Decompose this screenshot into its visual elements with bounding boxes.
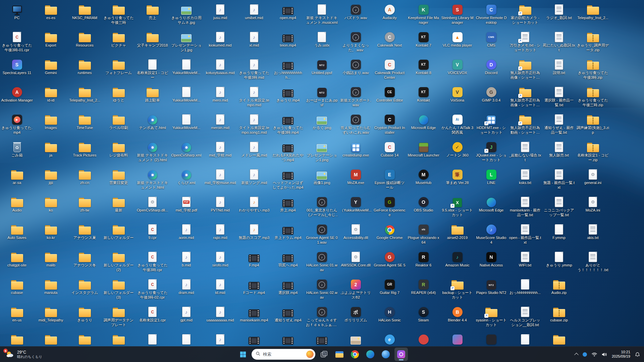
desktop-icon[interactable]: NNative Access: [474, 249, 508, 276]
desktop-icon[interactable]: SSteinberg Library Manager: [440, 1, 474, 29]
desktop-icon[interactable]: プレゼンテーション1.png: [305, 139, 339, 166]
desktop-icon[interactable]: Google Chrome: [373, 221, 407, 249]
desktop-icon[interactable]: SSpectraLayers 11: [0, 56, 34, 84]
desktop-icon[interactable]: runtimes: [68, 56, 102, 84]
desktop-icon[interactable]: VVoiSona: [440, 84, 474, 111]
desktop-icon[interactable]: きゅうり_調声用データ.zip: [576, 29, 610, 56]
desktop-icon[interactable]: テンポあて.html: [136, 111, 169, 139]
desktop-icon[interactable]: ♪答え知ってたらむずいわこれ.wav: [339, 111, 373, 139]
desktop-icon[interactable]: MMoZA.exe: [339, 166, 373, 194]
desktop-icon[interactable]: ♪HALion Sonic 02.wav: [305, 276, 339, 304]
desktop-icon[interactable]: 新規 テキストドキュメント (2).html: [136, 139, 169, 166]
desktop-icon[interactable]: ♪新規エクスポート.wav: [339, 84, 373, 111]
desktop-icon[interactable]: ヘルスコンプレッション__歌詞.txt: [508, 304, 542, 331]
desktop-icon[interactable]: 新規 テキストドキュメント.html: [136, 166, 169, 194]
desktop-icon[interactable]: YukkuriMovieM...: [169, 84, 203, 111]
desktop-icon[interactable]: Resources: [68, 29, 102, 56]
desktop-icon[interactable]: Gemini: [34, 56, 68, 84]
desktop-icon[interactable]: ↗backup - ショートカット: [440, 276, 474, 304]
desktop-icon[interactable]: ♪タイトル未設定.tempo.mid: [237, 84, 271, 111]
desktop-icon[interactable]: ♪新規ソング.mid: [237, 166, 271, 194]
desktop-icon[interactable]: きゅうり食ってた午後3時.zip: [576, 56, 610, 84]
desktop-icon[interactable]: ゆうと: [102, 84, 136, 111]
desktop-icon[interactable]: 2ぷよぷよ™テトリス®2: [339, 276, 373, 304]
desktop-icon[interactable]: manisekarin.mp4: [237, 304, 271, 331]
desktop-icon[interactable]: 新規 テキストドキュメント.musicxml: [305, 1, 339, 29]
desktop-icon[interactable]: sfzPlogue sforzando x64: [407, 221, 440, 249]
notification-bell-button[interactable]: [635, 352, 640, 357]
desktop-icon[interactable]: cubase: [0, 276, 34, 304]
desktop-icon[interactable]: 筆筆まめ Ver.28: [440, 166, 474, 194]
desktop-icon[interactable]: 父子キャンプ2018: [136, 29, 169, 56]
desktop-icon[interactable]: F.mp4: [237, 249, 271, 276]
desktop-icon[interactable]: CCubase 14: [373, 139, 407, 166]
desktop-icon[interactable]: ラジオ_歌詞.txt: [542, 1, 576, 29]
desktop-icon[interactable]: X↗9.5.xlsx - ショートカット: [440, 194, 474, 221]
desktop-icon[interactable]: maniuta: [34, 276, 68, 304]
desktop-icon[interactable]: LLINE: [474, 166, 508, 194]
desktop-icon[interactable]: CCrypton Product Installer: [373, 111, 407, 139]
desktop-icon[interactable]: 井上ドラム.mp4: [271, 221, 305, 249]
desktop-icon[interactable]: だれもFX見れたやつ.mp4: [271, 139, 305, 166]
desktop-icon[interactable]: PDFmid_学校.pdf: [169, 194, 203, 221]
desktop-icon[interactable]: きゅうり.mp4: [271, 84, 305, 111]
desktop-icon[interactable]: インスタグラム: [68, 276, 102, 304]
desktop-icon[interactable]: Audio.zip: [542, 276, 576, 304]
desktop-icon[interactable]: HHALion Sonic: [373, 304, 407, 331]
desktop-icon[interactable]: EEpson 接続診断ツール: [373, 166, 407, 194]
desktop-icon[interactable]: きゅうり食ってた午後3時.mp4: [271, 111, 305, 139]
desktop-icon[interactable]: ♪こってゅんｈｄすおｆｄｓｂふぁ.wav: [305, 304, 339, 331]
desktop-icon[interactable]: レジ袋有料: [102, 139, 136, 166]
task-view-button[interactable]: [317, 348, 331, 361]
edge-taskbar-button[interactable]: [364, 348, 377, 361]
desktop-icon[interactable]: TimeTune: [68, 111, 102, 139]
desktop-icon[interactable]: airset2-2019: [440, 221, 474, 249]
desktop-icon[interactable]: CMSCMS: [474, 29, 508, 56]
desktop-icon[interactable]: ↗HDDFMT.exe - ショートカット: [474, 111, 508, 139]
desktop-icon[interactable]: C名称未設定1.cpr: [136, 304, 169, 331]
desktop-icon[interactable]: ♪mero.mid: [203, 84, 237, 111]
desktop-icon[interactable]: C9.cpr: [136, 221, 169, 249]
chrome-taskbar-button[interactable]: [348, 348, 362, 361]
desktop-icon[interactable]: BBlender 4.4: [440, 304, 474, 331]
desktop-icon[interactable]: ♻ごみ箱: [0, 139, 34, 166]
desktop-icon[interactable]: ko: [34, 194, 68, 221]
desktop-icon[interactable]: AAudacity: [373, 1, 407, 29]
desktop-icon[interactable]: きゅうり食ってた午後三時: [102, 1, 136, 29]
desktop-icon[interactable]: OOBS Studio: [407, 194, 440, 221]
desktop-icon[interactable]: ♪001_東北きりたん(ノーマル)_今じゃ...: [305, 194, 339, 221]
desktop-icon[interactable]: ♪HALion Sonic 01.wav: [305, 249, 339, 276]
desktop-icon[interactable]: フォトフレーム: [102, 56, 136, 84]
desktop-icon[interactable]: おっhhhhhhhhhhh...: [271, 56, 305, 84]
desktop-icon[interactable]: Images: [34, 111, 68, 139]
desktop-icon[interactable]: YukkuriMovieM...: [169, 111, 203, 139]
desktop-icon[interactable]: cubase.zip: [542, 304, 576, 331]
desktop-icon[interactable]: ▲VLC media player: [440, 29, 474, 56]
desktop-icon[interactable]: Auto Saves: [0, 221, 34, 249]
desktop-icon[interactable]: 名称未設定1 - コピー: [136, 56, 169, 84]
desktop-icon[interactable]: GGroove Agent SE 5: [373, 249, 407, 276]
desktop-icon[interactable]: ⚙general.ini: [576, 166, 610, 194]
desktop-icon[interactable]: ♪Amazon Music: [440, 249, 474, 276]
desktop-icon[interactable]: en-us: [0, 304, 34, 331]
desktop-icon[interactable]: Telepathy_Inst_2...: [576, 1, 610, 29]
desktop-icon[interactable]: 営業日変更: [102, 166, 136, 194]
taskbar-search[interactable]: 検索: [252, 349, 315, 360]
desktop-icon[interactable]: open - 親作品一覧.txt: [508, 221, 542, 249]
desktop-icon[interactable]: きゅうり食ってた午後三時.zip: [576, 84, 610, 111]
desktop-icon[interactable]: ↗万引きメモ.txt - ショートカット: [508, 29, 542, 56]
desktop-icon[interactable]: 新しいフォルダー (3): [102, 276, 136, 304]
desktop-icon[interactable]: 羽尻へ.mp4: [271, 249, 305, 276]
desktop-icon[interactable]: ↗無人販売不正行為画像 - ショートカット: [508, 84, 542, 111]
desktop-icon[interactable]: 死にたい_ぬ歌詞.txt: [542, 29, 576, 56]
desktop-icon[interactable]: ✓ノートン 360: [440, 139, 474, 166]
taskbar-clock[interactable]: 10:21 2025/09/19: [612, 350, 630, 359]
desktop-icon[interactable]: きゅうり: [68, 304, 102, 331]
desktop-icon[interactable]: Cきゅうり食ってた午後3時.cpr: [136, 249, 169, 276]
wifi-button[interactable]: [592, 352, 597, 357]
desktop-icon[interactable]: 路上駐車: [136, 84, 169, 111]
desktop-icon[interactable]: ↗無人販売不正行為画像 - ショートカッ...: [508, 56, 542, 84]
desktop-icon[interactable]: Aiかんたん！AITalk 3 関西風: [440, 111, 474, 139]
desktop-icon[interactable]: id-id: [34, 84, 68, 111]
desktop-icon[interactable]: うみ.ustx: [305, 29, 339, 56]
